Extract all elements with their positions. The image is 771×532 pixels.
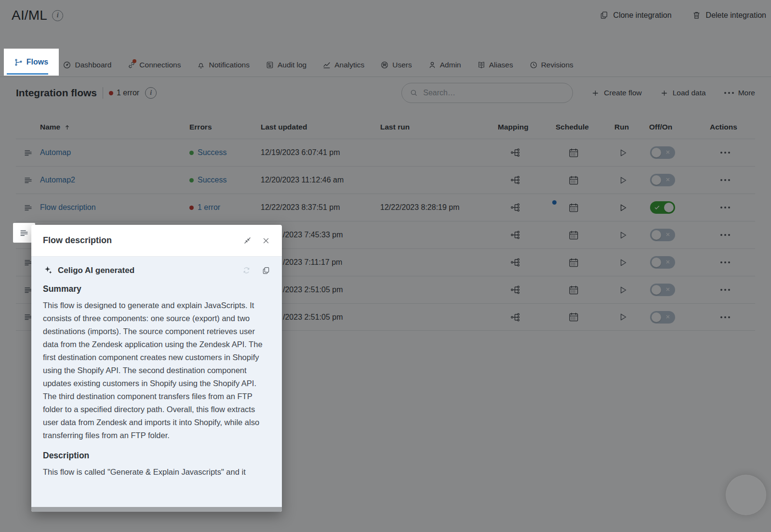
flows-icon (14, 58, 23, 66)
ai-sparkle-icon (43, 265, 53, 275)
close-icon[interactable] (262, 236, 270, 245)
summary-text: This flow is designed to generate and ex… (43, 299, 270, 442)
popup-header: Flow description (31, 225, 282, 257)
popup-title: Flow description (43, 235, 112, 246)
ai-generated-label: Celigo AI generated (58, 266, 134, 275)
popup-body: Celigo AI generated Summary This f (31, 257, 282, 507)
copy-icon[interactable] (262, 266, 270, 275)
regenerate-icon[interactable] (242, 266, 251, 275)
collapse-icon[interactable] (243, 236, 252, 245)
floating-help-button[interactable] (726, 475, 766, 515)
summary-heading: Summary (43, 284, 270, 294)
popup-scrollbar[interactable] (31, 507, 282, 512)
description-heading: Description (43, 451, 270, 461)
flow-description-popup: Flow description (31, 225, 282, 512)
active-tab-indicator (7, 73, 48, 75)
tab-flows-highlighted[interactable]: Flows (4, 49, 59, 76)
description-text: This flow is called "Generate & Explain … (43, 466, 270, 479)
